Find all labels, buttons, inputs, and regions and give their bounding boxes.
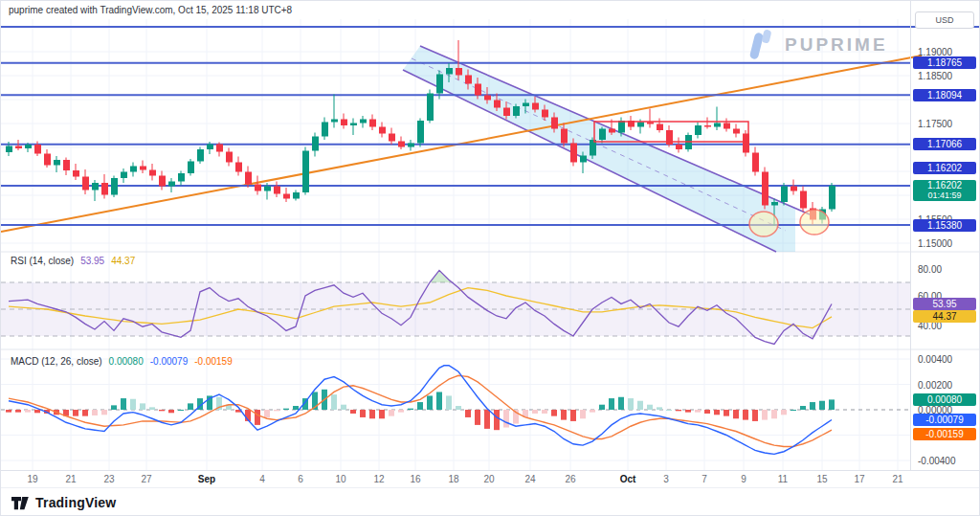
bar-countdown: 01:41:59	[913, 191, 976, 200]
currency-badge[interactable]: USD	[915, 11, 974, 29]
time-tick: 27	[141, 474, 151, 484]
macd-value-badge: -0.00079	[913, 414, 976, 426]
time-tick: 3	[663, 474, 669, 484]
time-tick: 20	[483, 474, 494, 484]
puprime-logo-icon	[747, 27, 776, 63]
time-tick: 23	[103, 474, 114, 484]
price-line-badge: 1.16202	[913, 162, 976, 174]
time-tick: 7	[702, 474, 707, 484]
puprime-watermark-text: PUPRIME	[785, 34, 888, 56]
time-tick: 17	[854, 474, 864, 484]
time-tick: 21	[65, 474, 76, 484]
macd-axis-tick: 0.00200	[918, 380, 952, 391]
time-tick: 10	[335, 474, 345, 484]
time-tick: 21	[892, 474, 902, 484]
time-tick: 12	[373, 474, 384, 484]
rsi-legend-title: RSI (14, close)	[11, 256, 74, 266]
macd-signal-value: -0.00159	[194, 356, 232, 367]
rsi-value-badge: 53.95	[913, 298, 976, 310]
tradingview-logo-text[interactable]: TradingView	[35, 495, 116, 510]
current-price-value: 1.16202	[913, 180, 976, 191]
time-tick: 11	[778, 474, 788, 484]
price-axis-tick: 1.15000	[918, 238, 952, 249]
price-axis-tick: 1.18500	[918, 71, 952, 81]
rsi-pane	[1, 270, 910, 344]
time-tick: 26	[565, 474, 575, 484]
time-tick: 18	[448, 474, 458, 484]
double-bottom-circle-drawing[interactable]	[800, 210, 829, 235]
rsi-value-badge: 44.37	[913, 310, 976, 323]
macd-line-value: -0.00079	[150, 356, 188, 367]
price-line-badge: 1.18094	[913, 89, 976, 101]
price-axis[interactable]: USD 1.190001.185001.175001.155001.150001…	[910, 1, 980, 470]
current-price-badge: 1.1620201:41:59	[913, 180, 976, 201]
macd-hist-value: 0.00080	[109, 356, 144, 367]
attribution-text: puprime created with TradingView.com, Oc…	[9, 5, 292, 15]
macd-legend-title: MACD (12, 26, close)	[11, 356, 102, 367]
time-tick-month: Oct	[620, 474, 636, 484]
chart-canvas[interactable]	[1, 1, 980, 516]
price-line-badge: 1.18765	[913, 56, 976, 69]
time-tick: 4	[259, 474, 265, 484]
rsi-axis-tick: 80.00	[918, 264, 942, 275]
time-tick: 9	[741, 474, 746, 484]
macd-value-badge: 0.00080	[913, 393, 976, 406]
time-axis[interactable]: 19212327Sep4610121618202426Oct3791115172…	[1, 470, 980, 488]
macd-pane	[1, 366, 910, 455]
rsi-legend[interactable]: RSI (14, close) 53.95 44.37	[11, 256, 135, 266]
tradingview-logo-icon[interactable]	[11, 495, 30, 511]
double-bottom-circle-drawing[interactable]	[749, 212, 778, 236]
time-tick: 16	[410, 474, 420, 484]
time-tick: 6	[298, 474, 303, 484]
price-line-badge: 1.15380	[913, 219, 976, 232]
time-tick: 24	[524, 474, 535, 484]
time-tick-month: Sep	[198, 474, 215, 484]
macd-axis-tick: 0.00400	[918, 354, 952, 365]
time-tick: 19	[27, 474, 37, 484]
time-tick: 15	[816, 474, 827, 484]
macd-value-badge: -0.00159	[913, 428, 976, 440]
macd-legend[interactable]: MACD (12, 26, close) 0.00080 -0.00079 -0…	[11, 356, 233, 367]
rsi-ma-value: 44.37	[111, 256, 135, 266]
price-line-badge: 1.17066	[913, 138, 976, 150]
puprime-watermark: PUPRIME	[747, 27, 888, 63]
macd-axis-tick: -0.00400	[918, 456, 955, 466]
footer-bar: TradingView	[1, 487, 980, 516]
tradingview-chart-window: puprime created with TradingView.com, Oc…	[0, 0, 980, 516]
price-axis-tick: 1.17500	[918, 119, 952, 129]
rsi-value: 53.95	[80, 256, 104, 266]
